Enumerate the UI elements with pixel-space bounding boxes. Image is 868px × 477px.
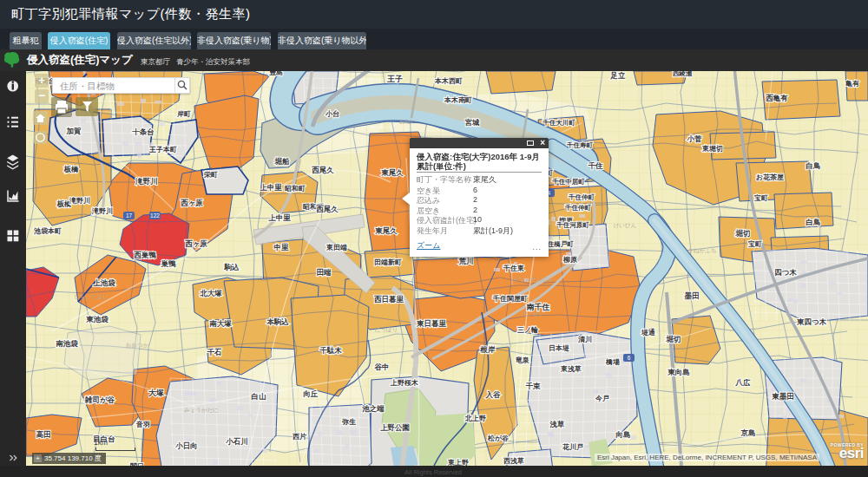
svg-text:向丘: 向丘 [304, 389, 319, 398]
svg-text:千石: 千石 [207, 348, 223, 356]
svg-text:東田端: 東田端 [326, 244, 347, 252]
svg-text:板橋: 板橋 [63, 165, 80, 173]
svg-text:三ノ輪: 三ノ輪 [517, 326, 539, 334]
svg-text:西尾久: 西尾久 [316, 205, 339, 213]
svg-text:豊島: 豊島 [269, 71, 283, 76]
svg-text:本木南町: 本木南町 [444, 96, 472, 104]
svg-text:松が谷: 松が谷 [487, 435, 510, 442]
svg-text:東尾久: 東尾久 [374, 226, 398, 235]
svg-text:雑司が谷: 雑司が谷 [84, 395, 115, 404]
svg-text:今戸: 今戸 [595, 395, 609, 402]
svg-text:荒川: 荒川 [458, 257, 474, 265]
svg-text:西浅草: 西浅草 [503, 457, 524, 465]
svg-text:千住東: 千住東 [503, 265, 524, 272]
svg-text:小台: 小台 [325, 109, 339, 118]
svg-text:岸町: 岸町 [176, 110, 191, 118]
svg-text:みなみせんじゅ: みなみせんじゅ [514, 276, 555, 283]
svg-text:小日向: 小日向 [174, 441, 198, 450]
svg-text:6: 6 [628, 355, 631, 361]
svg-text:にっぽり: にっぽり [375, 326, 398, 333]
svg-text:池之端: 池之端 [361, 404, 385, 413]
svg-text:小菅: 小菅 [687, 134, 703, 143]
svg-text:白鳥: 白鳥 [806, 218, 821, 226]
svg-text:東堀切: 東堀切 [701, 145, 723, 153]
svg-text:小石川: 小石川 [225, 437, 248, 446]
svg-text:墨田: 墨田 [685, 291, 700, 300]
svg-text:北大塚: 北大塚 [199, 289, 222, 297]
svg-text:千住: 千住 [589, 161, 604, 170]
svg-text:入谷: 入谷 [485, 390, 502, 399]
svg-text:千束: 千束 [526, 382, 542, 390]
svg-text:けいひん: けいひん [614, 222, 637, 229]
svg-text:上野公園: 上野公園 [380, 423, 410, 432]
svg-text:白山: 白山 [252, 392, 266, 401]
svg-text:足立: 足立 [610, 71, 627, 80]
svg-text:滝野川: 滝野川 [69, 197, 90, 205]
svg-text:滝野川: 滝野川 [91, 207, 113, 215]
svg-text:日本堤: 日本堤 [549, 344, 569, 352]
svg-text:本木西町: 本木西町 [434, 77, 463, 85]
svg-text:田端: 田端 [317, 268, 332, 277]
svg-text:北上野: 北上野 [464, 415, 486, 422]
svg-text:高田: 高田 [36, 430, 51, 439]
svg-text:堀切: 堀切 [735, 229, 751, 238]
svg-text:西巣鴨: 西巣鴨 [134, 251, 156, 259]
svg-text:千住河原町: 千住河原町 [556, 221, 589, 229]
svg-text:花川戸: 花川戸 [562, 443, 583, 451]
svg-text:亀有: 亀有 [845, 80, 860, 88]
svg-text:しもいたばし: しもいたばし [74, 293, 108, 300]
svg-text:宮城: 宮城 [465, 118, 481, 127]
svg-text:おおつか: おおつか [126, 342, 149, 348]
svg-text:122: 122 [150, 212, 160, 219]
svg-text:堤通: 堤通 [641, 328, 655, 337]
svg-text:宝町: 宝町 [748, 239, 762, 248]
svg-text:東池袋: 東池袋 [85, 315, 108, 323]
svg-text:上中里: 上中里 [260, 183, 282, 192]
svg-text:谷中: 谷中 [374, 363, 390, 371]
svg-text:向島: 向島 [616, 430, 631, 439]
svg-text:中里: 中里 [274, 243, 290, 252]
svg-text:東日暮里: 東日暮里 [416, 319, 447, 328]
svg-text:柳原: 柳原 [562, 256, 577, 264]
svg-text:加賀: 加賀 [66, 127, 82, 135]
svg-text:音羽: 音羽 [135, 420, 150, 428]
svg-text:東浅草: 東浅草 [560, 365, 582, 373]
svg-text:東四つ木: 東四つ木 [796, 317, 827, 326]
svg-text:おだい: おだい [399, 118, 417, 125]
svg-text:京島: 京島 [740, 428, 756, 437]
svg-text:巣鴨: 巣鴨 [161, 259, 177, 268]
svg-text:浅草: 浅草 [549, 420, 566, 428]
svg-text:かねがふち: かねがふち [687, 247, 716, 254]
svg-text:千駄木: 千駄木 [319, 346, 342, 355]
svg-text:堀切: 堀切 [666, 335, 681, 343]
svg-text:西ヶ原: 西ヶ原 [181, 199, 203, 207]
svg-text:池袋本町: 池袋本町 [33, 227, 62, 235]
svg-text:西綾瀬: 西綾瀬 [673, 71, 693, 77]
svg-text:王子: 王子 [386, 75, 403, 83]
svg-text:西尾久: 西尾久 [312, 166, 334, 174]
svg-text:千住仲町: 千住仲町 [568, 193, 595, 201]
svg-text:東向島: 東向島 [667, 368, 690, 376]
svg-text:上野桜木: 上野桜木 [390, 379, 418, 387]
svg-text:東墨田: 東墨田 [771, 392, 794, 401]
svg-text:けいせい: けいせい [522, 310, 545, 317]
svg-text:東上野: 東上野 [447, 459, 469, 466]
svg-text:十条台: 十条台 [132, 127, 155, 136]
svg-text:千住関屋町: 千住関屋町 [492, 295, 528, 303]
svg-text:南大塚: 南大塚 [209, 319, 232, 328]
svg-text:橋場: 橋場 [605, 358, 620, 366]
svg-text:千住大川町: 千住大川町 [542, 119, 575, 127]
svg-text:みょうがだに: みょうがだに [184, 407, 219, 414]
svg-text:駒込: 駒込 [224, 263, 240, 271]
svg-text:四つ木: 四つ木 [774, 268, 797, 277]
svg-text:東尾久: 東尾久 [380, 168, 404, 177]
svg-text:堀船: 堀船 [274, 157, 291, 166]
svg-text:南池袋: 南池袋 [56, 339, 78, 348]
svg-text:竜泉: 竜泉 [515, 356, 529, 364]
svg-text:西亀有: 西亀有 [766, 94, 788, 102]
svg-text:田端新町: 田端新町 [374, 258, 402, 266]
svg-text:栄町: 栄町 [204, 171, 218, 179]
svg-text:千住仲町: 千住仲町 [564, 204, 592, 212]
svg-text:17: 17 [126, 212, 133, 219]
svg-text:弥生: 弥生 [342, 418, 357, 426]
